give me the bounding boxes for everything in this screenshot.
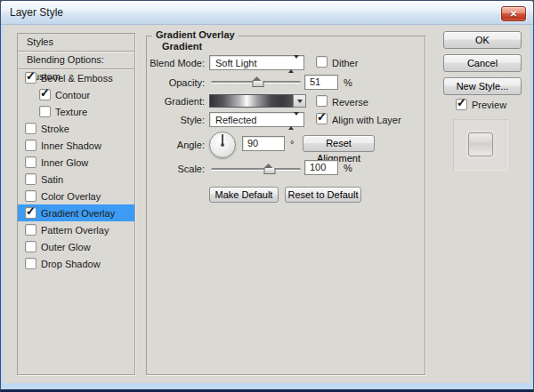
outer-glow-checkbox[interactable]: [25, 241, 36, 252]
angle-unit: °: [290, 139, 294, 149]
blend-mode-label: Blend Mode:: [147, 58, 205, 68]
sidebar-item-stroke[interactable]: Stroke: [18, 120, 134, 137]
sidebar-item-label: Inner Shadow: [41, 140, 101, 151]
sidebar-item-contour[interactable]: Contour: [18, 86, 134, 103]
dropdown-arrow-icon: [297, 100, 303, 103]
angle-label: Angle:: [147, 140, 205, 150]
sidebar-item-satin[interactable]: Satin: [18, 171, 134, 188]
angle-hub: [221, 143, 224, 147]
sidebar-item-label: Outer Glow: [41, 242, 91, 252]
opacity-input[interactable]: 51: [304, 75, 338, 90]
opacity-unit: %: [344, 77, 352, 88]
close-icon: ✕: [510, 9, 517, 19]
panel-title: Gradient Overlay: [152, 29, 239, 40]
angle-input[interactable]: 90: [242, 136, 285, 151]
gradient-picker-button[interactable]: [293, 94, 306, 108]
scale-unit: %: [344, 163, 352, 173]
sidebar-item-label: Satin: [41, 174, 63, 185]
scale-input[interactable]: 100: [304, 160, 338, 175]
sidebar-item-label: Inner Glow: [41, 157, 88, 168]
sidebar-item-label: Gradient Overlay: [41, 208, 115, 219]
inner-glow-checkbox[interactable]: [25, 156, 36, 168]
align-with-layer-label: Align with Layer: [332, 115, 401, 125]
style-label: Style:: [147, 115, 205, 125]
dither-checkbox[interactable]: [316, 56, 328, 68]
opacity-label: Opacity:: [147, 77, 205, 88]
color-overlay-checkbox[interactable]: [25, 190, 36, 202]
dither-label: Dither: [332, 58, 358, 68]
sidebar-item-inner-glow[interactable]: Inner Glow: [18, 154, 134, 171]
sidebar-item-styles[interactable]: Styles: [18, 34, 134, 51]
drop-shadow-checkbox[interactable]: [25, 258, 36, 269]
sidebar-item-inner-shadow[interactable]: Inner Shadow: [18, 137, 134, 154]
preview-toggle: Preview: [456, 99, 506, 110]
inner-shadow-checkbox[interactable]: [25, 140, 36, 151]
sidebar-item-label: Texture: [55, 107, 87, 117]
angle-dial[interactable]: [209, 132, 236, 158]
preview-checkbox[interactable]: [456, 99, 467, 110]
sidebar-item-label: Pattern Overlay: [41, 225, 109, 236]
sidebar-item-label: Bevel & Emboss: [41, 73, 113, 84]
style-value: Reflected: [215, 115, 256, 125]
stroke-checkbox[interactable]: [25, 123, 36, 134]
sidebar-item-color-overlay[interactable]: Color Overlay: [18, 188, 134, 204]
reset-to-default-button[interactable]: Reset to Default: [285, 187, 361, 203]
gradient-overlay-checkbox[interactable]: [25, 207, 36, 219]
gradient-swatch[interactable]: [209, 94, 293, 108]
styles-list: Styles Blending Options: Custom Bevel & …: [17, 33, 135, 375]
blend-mode-value: Soft Light: [215, 58, 256, 68]
scale-slider[interactable]: [211, 168, 301, 171]
sidebar-item-pattern-overlay[interactable]: Pattern Overlay: [18, 221, 134, 238]
reverse-label: Reverse: [332, 97, 368, 108]
sidebar-item-label: Drop Shadow: [41, 259, 101, 269]
scale-slider-thumb[interactable]: [263, 164, 273, 173]
ok-button[interactable]: OK: [443, 31, 522, 49]
window-title: Layer Style: [10, 6, 63, 19]
sidebar-item-texture[interactable]: Texture: [18, 103, 134, 120]
style-preview-thumbnail: [468, 132, 493, 156]
section-title: Gradient: [162, 41, 202, 52]
sidebar-item-label: Color Overlay: [41, 191, 101, 202]
style-select[interactable]: Reflected: [209, 112, 304, 127]
updown-arrows-icon: [288, 59, 299, 69]
title-bar[interactable]: Layer Style ✕: [1, 1, 533, 25]
close-button[interactable]: ✕: [501, 6, 526, 21]
cancel-button[interactable]: Cancel: [443, 54, 522, 72]
pattern-overlay-checkbox[interactable]: [25, 224, 36, 236]
gradient-label: Gradient:: [147, 96, 205, 107]
scale-label: Scale:: [147, 164, 205, 174]
texture-checkbox[interactable]: [39, 106, 51, 117]
bevel-emboss-checkbox[interactable]: [25, 72, 36, 84]
preview-label: Preview: [472, 100, 506, 110]
style-preview-well: [453, 119, 508, 171]
sidebar-item-drop-shadow[interactable]: Drop Shadow: [18, 255, 134, 272]
layer-style-dialog: Layer Style ✕ Styles Blending Options: C…: [0, 0, 534, 392]
sidebar-item-gradient-overlay[interactable]: Gradient Overlay: [18, 204, 134, 221]
blend-mode-select[interactable]: Soft Light: [209, 55, 304, 70]
align-with-layer-checkbox[interactable]: [316, 113, 328, 124]
opacity-slider-thumb[interactable]: [252, 76, 262, 86]
sidebar-item-label: Contour: [55, 90, 90, 100]
sidebar-item-blending-options[interactable]: Blending Options: Custom: [18, 52, 134, 68]
reverse-checkbox[interactable]: [316, 95, 328, 107]
reset-alignment-button[interactable]: Reset Alignment: [303, 135, 375, 152]
dialog-body: Styles Blending Options: Custom Bevel & …: [4, 25, 530, 383]
make-default-button[interactable]: Make Default: [209, 187, 279, 203]
opacity-slider[interactable]: [211, 81, 301, 84]
contour-checkbox[interactable]: [39, 89, 51, 100]
sidebar-item-label: Stroke: [41, 124, 69, 134]
satin-checkbox[interactable]: [25, 173, 36, 185]
updown-arrows-icon: [288, 116, 299, 126]
sidebar-item-outer-glow[interactable]: Outer Glow: [18, 238, 134, 255]
gradient-overlay-panel: Gradient Overlay Gradient Blend Mode: So…: [146, 36, 425, 375]
new-style-button[interactable]: New Style...: [443, 77, 522, 95]
